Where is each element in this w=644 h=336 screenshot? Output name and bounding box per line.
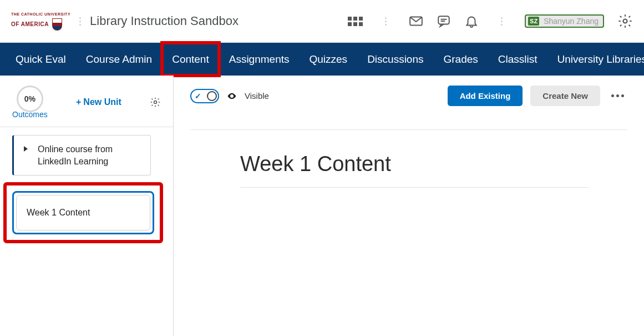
toggle-knob [207, 91, 217, 101]
shield-icon [52, 18, 62, 31]
nav-assignments[interactable]: Assignments [219, 43, 300, 76]
top-header: THE CATHOLIC UNIVERSITY OF AMERICA Libra… [0, 0, 644, 43]
unit-item-label: Online course from LinkedIn Learning [38, 143, 140, 167]
content-main: ✓ Visible Add Existing Create New [174, 76, 644, 336]
svg-point-6 [231, 95, 233, 97]
visibility-label: Visible [245, 91, 269, 101]
more-actions-icon[interactable] [608, 91, 627, 101]
selection-ring: Week 1 Content [12, 191, 154, 234]
logo-line1: CATHOLIC UNIVERSITY [21, 12, 70, 16]
header-divider-icon [385, 17, 387, 26]
create-new-button[interactable]: Create New [530, 86, 600, 106]
apps-grid-icon[interactable] [348, 17, 363, 26]
check-icon: ✓ [195, 92, 201, 101]
nav-course-admin[interactable]: Course Admin [76, 43, 162, 76]
nav-university-libraries[interactable]: University Libraries [547, 43, 644, 76]
logo-line2: OF AMERICA [11, 21, 49, 27]
sidebar-gear-icon[interactable] [150, 97, 161, 108]
nav-quick-eval[interactable]: Quick Eval [6, 43, 76, 76]
unit-item-linkedin[interactable]: Online course from LinkedIn Learning [12, 135, 151, 175]
user-name-label: Shanyun Zhang [544, 17, 599, 26]
content-sidebar: 0% Outcomes + New Unit Online course fro… [0, 76, 174, 336]
plus-icon: + [76, 97, 81, 107]
unit-item-week1[interactable]: Week 1 Content [16, 195, 150, 230]
svg-point-4 [623, 19, 627, 23]
course-title[interactable]: Library Instruction Sandbox [90, 14, 239, 28]
nav-grades[interactable]: Grades [434, 43, 488, 76]
outcomes-button[interactable]: 0% Outcomes [12, 86, 48, 119]
mail-icon[interactable] [409, 14, 423, 28]
new-unit-label: New Unit [83, 97, 121, 107]
nav-classlist[interactable]: Classlist [488, 43, 547, 76]
institution-logo[interactable]: THE CATHOLIC UNIVERSITY OF AMERICA [11, 12, 70, 31]
course-navbar: Quick Eval Course Admin Content Assignme… [0, 43, 644, 76]
nav-discussions[interactable]: Discussions [357, 43, 433, 76]
svg-rect-1 [438, 16, 449, 24]
user-menu[interactable]: SZ Shanyun Zhang [525, 14, 604, 28]
svg-point-5 [154, 101, 156, 104]
page-title: Week 1 Content [240, 152, 589, 188]
bell-icon[interactable] [464, 14, 479, 28]
nav-quizzes[interactable]: Quizzes [299, 43, 357, 76]
nav-content[interactable]: Content [162, 43, 219, 76]
eye-icon [227, 91, 237, 101]
chat-icon[interactable] [437, 14, 451, 28]
gear-icon[interactable] [617, 13, 633, 29]
header-divider-icon [79, 17, 81, 26]
header-divider-icon [501, 17, 503, 26]
user-initials-badge: SZ [528, 17, 539, 26]
add-existing-button[interactable]: Add Existing [448, 86, 523, 106]
visibility-toggle[interactable]: ✓ [190, 89, 219, 103]
header-icon-row: SZ Shanyun Zhang [348, 13, 633, 29]
new-unit-button[interactable]: + New Unit [76, 97, 121, 107]
outcomes-percent: 0% [17, 86, 43, 112]
caret-right-icon [24, 146, 28, 152]
logo-prefix: THE [11, 12, 21, 16]
highlight-box: Week 1 Content [3, 182, 163, 243]
